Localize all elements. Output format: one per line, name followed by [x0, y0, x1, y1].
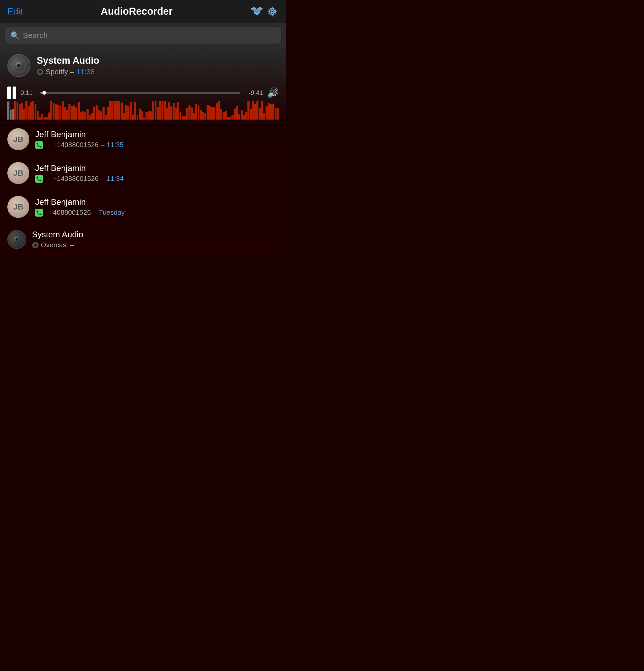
waveform-bar — [241, 110, 243, 119]
waveform — [7, 101, 279, 122]
avatar-initials: JB — [13, 202, 23, 211]
waveform-bar — [259, 108, 261, 119]
waveform-bar — [28, 106, 30, 119]
waveform-bar — [118, 101, 120, 119]
waveform-bar — [12, 109, 14, 119]
phone-number: +14088001526 — [53, 175, 99, 183]
waveform-bar — [16, 102, 18, 119]
now-playing-title: System Audio — [37, 55, 279, 66]
waveform-bar — [73, 105, 75, 119]
waveform-bar — [155, 101, 157, 119]
call-arrow: → — [45, 175, 51, 182]
waveform-bar — [209, 106, 211, 119]
list-item-subtitle: Overcast – — [32, 241, 279, 249]
list-item[interactable]: JB Jeff Benjamin 📞 → 4088001526 – Tuesda… — [0, 190, 286, 224]
list-item[interactable]: JB Jeff Benjamin 📞 → +14088001526 – 11:3… — [0, 123, 286, 156]
waveform-bar — [275, 108, 277, 119]
waveform-bar — [204, 113, 207, 119]
phone-number: 4088001526 — [53, 208, 91, 217]
time-current: 0:11 — [21, 89, 36, 97]
list-item-subtitle: 📞 → 4088001526 – Tuesday — [35, 208, 279, 217]
edit-button[interactable]: Edit — [7, 6, 23, 16]
list-item-info: Jeff Benjamin 📞 → +14088001526 – 11:35 — [35, 129, 279, 149]
waveform-bar — [189, 105, 191, 119]
waveform-bar — [130, 102, 132, 119]
waveform-bar — [261, 101, 263, 119]
progress-bar[interactable] — [40, 92, 240, 93]
waveform-bar — [231, 115, 233, 119]
waveform-bar — [123, 113, 125, 119]
waveform-bar — [107, 107, 109, 119]
list-item[interactable]: JB Jeff Benjamin 📞 → +14088001526 – 11:3… — [0, 156, 286, 190]
separator: – — [101, 175, 104, 183]
waveform-bar — [168, 102, 170, 119]
list-item[interactable]: System Audio Overcast – — [0, 224, 286, 255]
list-item-subtitle: 📞 → +14088001526 – 11:35 — [35, 141, 279, 149]
waveform-bar — [170, 106, 172, 119]
now-playing-source-icon — [37, 68, 43, 75]
waveform-bar — [14, 101, 16, 119]
waveform-bar — [68, 104, 70, 119]
dropbox-icon[interactable] — [250, 5, 263, 18]
waveform-bar — [164, 101, 166, 119]
list-item-info: Jeff Benjamin 📞 → 4088001526 – Tuesday — [35, 197, 279, 217]
phone-icon: 📞 — [35, 175, 43, 183]
waveform-bar — [100, 112, 102, 119]
waveform-bar — [55, 104, 57, 119]
waveform-bar — [87, 109, 89, 119]
waveform-bar — [256, 101, 258, 119]
avatar: JB — [7, 196, 29, 218]
recording-time: Tuesday — [99, 208, 125, 217]
waveform-bar — [105, 115, 107, 119]
waveform-bar — [21, 103, 23, 119]
waveform-bar — [39, 117, 41, 119]
waveform-bar — [177, 102, 179, 119]
waveform-bar — [227, 117, 229, 120]
waveform-bar — [211, 107, 214, 119]
waveform-bar — [180, 112, 182, 119]
waveform-bar — [23, 109, 25, 119]
waveform-bar — [53, 103, 55, 119]
app-title: AudioRecorder — [101, 6, 172, 17]
list-item-info: Jeff Benjamin 📞 → +14088001526 – 11:34 — [35, 163, 279, 183]
waveform-bar — [272, 104, 274, 119]
waveform-bar — [200, 110, 202, 119]
pause-button[interactable] — [7, 87, 16, 99]
waveform-bar — [218, 101, 220, 119]
waveform-bar — [157, 107, 159, 119]
waveform-bar — [175, 107, 177, 119]
waveform-bar — [127, 106, 129, 119]
waveform-bar — [75, 107, 77, 119]
waveform-bar — [236, 106, 238, 119]
search-bar[interactable]: 🔍 Search — [5, 27, 281, 43]
waveform-bar — [195, 104, 197, 119]
waveform-bar — [148, 111, 150, 119]
search-container: 🔍 Search — [0, 23, 286, 48]
waveform-bar — [162, 101, 164, 119]
separator: – — [70, 241, 74, 249]
waveform-bar — [263, 113, 265, 119]
waveform-bar — [10, 110, 12, 119]
waveform-bar — [137, 115, 139, 119]
waveform-bar — [125, 105, 127, 119]
waveform-bar — [116, 101, 118, 119]
settings-icon[interactable] — [266, 5, 279, 18]
waveform-bar — [35, 104, 37, 119]
now-playing-subtitle: Spotify – 11:38 — [37, 68, 279, 76]
pause-bar-right — [13, 87, 16, 99]
waveform-bar — [277, 108, 279, 119]
now-playing-source: Spotify — [46, 68, 68, 76]
waveform-bar — [85, 112, 87, 119]
source-name: Overcast — [41, 241, 68, 249]
volume-icon[interactable]: 🔊 — [267, 87, 279, 98]
waveform-bar — [216, 103, 218, 119]
list-item-title: Jeff Benjamin — [35, 163, 279, 173]
waveform-bar — [229, 117, 231, 119]
waveform-bar — [193, 113, 195, 119]
nav-bar: Edit AudioRecorder — [0, 0, 286, 23]
progress-thumb — [42, 91, 46, 94]
search-icon: 🔍 — [11, 31, 20, 40]
list-item-title: Jeff Benjamin — [35, 197, 279, 207]
now-playing-header: System Audio Spotify – 11:38 — [7, 54, 279, 77]
waveform-bar — [234, 109, 236, 119]
